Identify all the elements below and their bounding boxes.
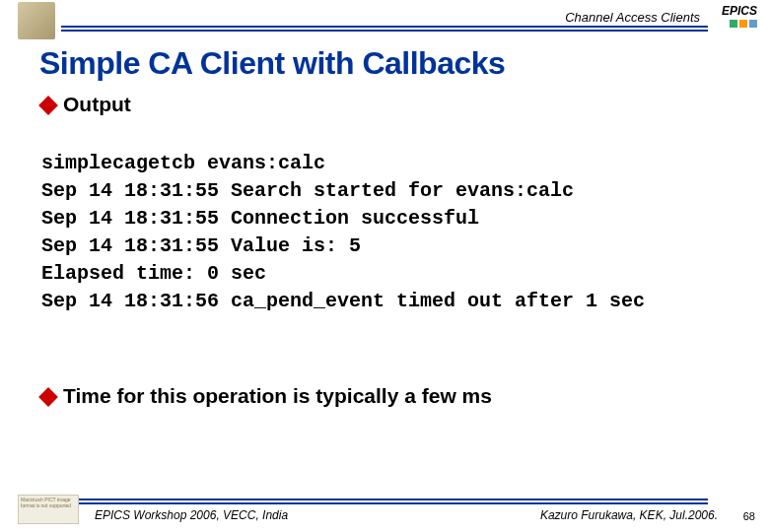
- footer-left-text: EPICS Workshop 2006, VECC, India: [95, 508, 288, 522]
- bullet-output-text: Output: [63, 93, 131, 116]
- footer: Macintosh PICT image format is not suppo…: [0, 493, 769, 532]
- epics-blocks-icon: [730, 20, 757, 28]
- header-divider: [61, 26, 708, 32]
- bullet-time-text: Time for this operation is typically a f…: [63, 384, 492, 408]
- header: Channel Access Clients EPICS: [0, 0, 769, 43]
- bullet-time: Time for this operation is typically a f…: [41, 384, 739, 408]
- diamond-bullet-icon: [38, 96, 58, 115]
- code-output: simplecagetcb evans:calc Sep 14 18:31:55…: [41, 150, 739, 315]
- page-number: 68: [743, 510, 755, 522]
- footer-right-text: Kazuro Furukawa, KEK, Jul.2006.: [540, 508, 718, 522]
- institute-logo-icon: [18, 2, 55, 39]
- slide-title: Simple CA Client with Callbacks: [39, 45, 749, 82]
- footer-divider: [61, 499, 708, 504]
- diamond-bullet-icon: [38, 387, 58, 407]
- missing-image-badge: Macintosh PICT image format is not suppo…: [18, 495, 79, 524]
- epics-logo-text: EPICS: [722, 4, 757, 18]
- slide: Channel Access Clients EPICS Simple CA C…: [0, 0, 769, 532]
- bullet-output: Output: [41, 93, 739, 116]
- header-subject: Channel Access Clients: [565, 10, 700, 25]
